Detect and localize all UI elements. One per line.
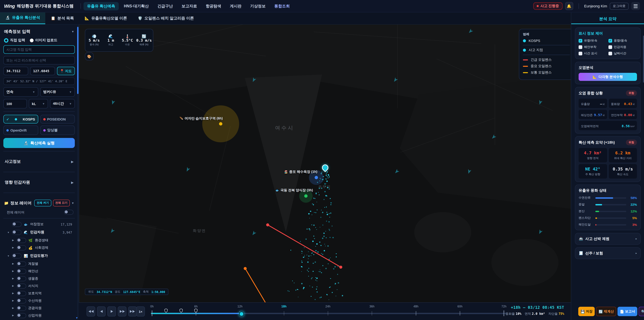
radio-direct-input[interactable]: 직접 입력 [4, 38, 25, 43]
checkbox-해안부착[interactable]: 해안부착 [578, 45, 607, 49]
map-canvas[interactable]: 여수시화양면우두리🪶여자만 습지보호구역 (6h)🏖️종포 해수욕장 (1h)🐟… [79, 24, 571, 302]
nav-tab-통합조회[interactable]: 통합조회 [271, 2, 294, 10]
spill-type-select[interactable]: 연속 ▼ [3, 87, 38, 97]
playback-speed-button[interactable]: 1× [136, 306, 145, 316]
radio-image-upload[interactable]: 이미지 업로드 [30, 38, 57, 43]
sidebar-scrollbar[interactable] [77, 26, 78, 317]
layer-row-관광자원[interactable]: ▶관광자원 [3, 304, 75, 312]
play-button[interactable] [107, 306, 116, 316]
layer-toggle[interactable] [17, 283, 26, 288]
layer-row-보호지역[interactable]: ▶보호지역 [3, 290, 75, 297]
nav-tab-유출유 확산예측[interactable]: 유출유 확산예측 [83, 2, 119, 10]
layer-toggle[interactable] [17, 291, 26, 296]
layer-toggle[interactable] [17, 298, 26, 303]
layer-row-생물종[interactable]: ▶생물종 [3, 275, 75, 282]
section-사고정보[interactable]: 사고정보▶ [3, 154, 75, 169]
layer-toggle[interactable] [17, 238, 26, 243]
fence-deploy-marker-icon[interactable] [194, 308, 198, 314]
nav-tab-보고자료[interactable]: 보고자료 [178, 2, 201, 10]
notifications-button[interactable]: 🔔 [565, 2, 573, 10]
incident-name-input[interactable] [3, 45, 75, 54]
owner-insurance-card[interactable]: 🧾 선주 / 보험 ▸ [575, 247, 641, 259]
layer-toggle[interactable] [12, 222, 22, 227]
duration-select[interactable]: 48시간 ▼ [50, 99, 75, 108]
layer-row-해안선[interactable]: ▶해안선 [3, 267, 75, 275]
chevron-down-icon[interactable]: ▼ [7, 231, 10, 233]
skip-end-button[interactable] [128, 306, 137, 316]
run-prediction-button[interactable]: 🔬 확산예측 실행 [3, 138, 75, 148]
subtab-유출유 확산분석[interactable]: 🔬유출유 확산분석 [0, 12, 46, 24]
fast-forward-button[interactable] [118, 306, 126, 316]
prediction-input-header[interactable]: 예측정보 입력 ▼ [3, 27, 75, 37]
checkbox-풍향/풍속[interactable]: ✓풍향/풍속 [608, 39, 637, 43]
model-chip-앙상블[interactable]: 앙상블 [40, 126, 75, 135]
checkbox-유향/유속[interactable]: ✓유향/유속 [578, 39, 607, 43]
역추적-button[interactable]: 🔍역추적 [639, 307, 644, 316]
layer-toggle[interactable] [12, 253, 22, 258]
logout-button[interactable]: 로그아웃 [610, 3, 628, 10]
toggle-knob [18, 284, 20, 287]
layer-toggle[interactable] [12, 230, 22, 235]
layer-toggle[interactable] [17, 261, 26, 266]
보고서-button[interactable]: 📄보고서 [618, 307, 638, 316]
layer-row-민감자원[interactable]: ▼🌊민감자원3,947 [3, 228, 75, 237]
all-layers-toggle[interactable] [64, 210, 74, 215]
menu-button[interactable] [631, 2, 640, 10]
layer-row-해경관할구역[interactable]: ▼⚓해경관할구역 [3, 319, 75, 320]
layer-toggle[interactable] [17, 269, 26, 274]
재계산-button[interactable]: 🔄재계산 [596, 307, 616, 316]
layer-row-수산자원[interactable]: ▶수산자원 [3, 297, 75, 304]
layer-row-산업자원[interactable]: ▶산업자원 [3, 312, 75, 319]
longitude-input[interactable] [30, 67, 55, 75]
step-back-button[interactable] [97, 306, 106, 316]
section-영향 민감자원[interactable]: 영향 민감자원▶ [3, 175, 75, 190]
checkbox-날짜시간[interactable]: 날짜시간 [608, 51, 637, 56]
model-chip-KOSPS[interactable]: ✓KOSPS [3, 115, 38, 124]
timeline[interactable]: 0h6h12h18h24h36h48h60h72h [151, 303, 506, 320]
layer-icon: 📊 [24, 254, 28, 258]
layer-row-서식지[interactable]: ▶서식지 [3, 282, 75, 290]
latitude-input[interactable] [3, 67, 28, 75]
layer-row-계절별[interactable]: ▶계절별 [3, 260, 75, 267]
checkbox-시간 표시[interactable]: 시간 표시 [578, 51, 607, 56]
nav-tab-항공탐색[interactable]: 항공탐색 [202, 2, 225, 10]
amount-input[interactable] [3, 99, 27, 108]
fence-deploy-marker-icon[interactable] [164, 308, 168, 314]
oil-type-select[interactable]: 벙커C유 ▼ [40, 87, 75, 97]
chevron-down-icon[interactable]: ▼ [7, 254, 10, 257]
layer-row-어장정보[interactable]: 🐟어장정보17,129 [3, 220, 75, 228]
fence-deploy-marker-icon[interactable] [179, 308, 183, 314]
unit-select[interactable]: kL ▼ [29, 99, 48, 108]
layer-toggle[interactable] [17, 305, 26, 310]
checkbox-민감자원[interactable]: 민감자원 [608, 45, 637, 49]
pick-on-map-button[interactable]: 📍 지도 [57, 67, 75, 75]
scroll-down-icon[interactable]: ▼ [76, 316, 78, 319]
nav-tab-기상정보[interactable]: 기상정보 [246, 2, 269, 10]
all-layers-on-button[interactable]: 전체 켜기 [34, 200, 51, 206]
model-chip-OpenDrift[interactable]: OpenDrift [3, 126, 38, 135]
저장-button[interactable]: 💾저장 [578, 307, 595, 316]
timeline-playhead[interactable] [239, 311, 244, 316]
nav-tab-게시판[interactable]: 게시판 [226, 2, 245, 10]
incident-list-select[interactable] [3, 56, 75, 65]
nav-tab-긴급구난[interactable]: 긴급구난 [154, 2, 176, 10]
subtab-유출유확산모델 이론[interactable]: 📐유출유확산모델 이론 [79, 13, 132, 24]
layer-toggle[interactable] [17, 276, 26, 281]
subtab-분석 목록[interactable]: 📋분석 목록 [46, 13, 79, 24]
layer-row-환경생태[interactable]: ▶🌿환경생태 [3, 237, 75, 244]
model-chip-POSEIDON[interactable]: POSEIDON [40, 115, 75, 124]
all-layers-off-button[interactable]: 전체 끄기 [53, 200, 70, 206]
map-style-button[interactable]: 🎨 [85, 52, 94, 60]
skip-start-button[interactable] [86, 306, 95, 316]
polygon-analysis-button[interactable]: 📐 다각형 분석수행 [578, 73, 637, 81]
layer-row-사회경제[interactable]: ▶💰사회경제 [3, 244, 75, 251]
layer-toggle[interactable] [17, 245, 26, 250]
panel-scrollbar[interactable] [643, 36, 644, 83]
layer-toggle[interactable] [17, 313, 26, 318]
vessel-spec-card[interactable]: 🚢 사고 선박 제원 ▸ [575, 233, 641, 245]
stat-label: 유출량 [581, 102, 590, 106]
stat-label: 오염해역면적 [581, 125, 599, 129]
subtab-오일펜스 배치 알고리즘 이론[interactable]: 🛡️오일펜스 배치 알고리즘 이론 [132, 13, 200, 24]
nav-tab-HNS·대기확산[interactable]: HNS·대기확산 [120, 2, 152, 10]
layer-row-민감도평가[interactable]: ▼📊민감도평가 [3, 251, 75, 260]
